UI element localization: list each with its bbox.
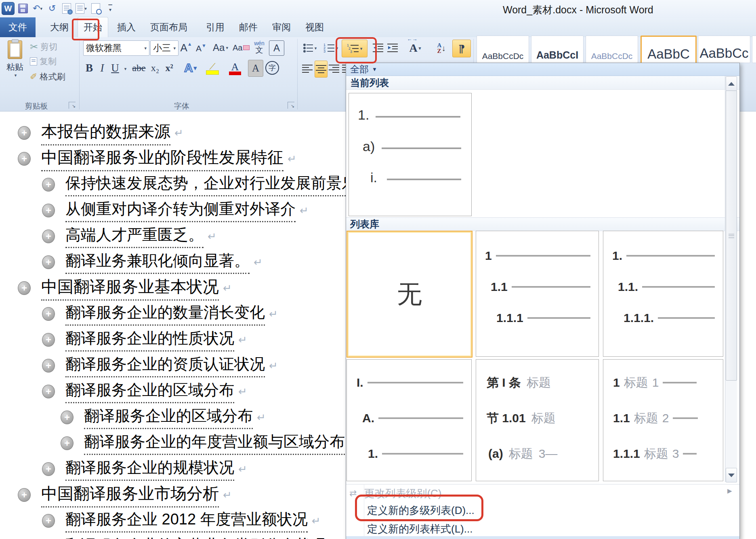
quick-print-icon[interactable]: ▾	[75, 2, 87, 15]
outline-item[interactable]: +中国翻译服务业市场分析↵	[18, 482, 232, 507]
outline-expand-icon[interactable]: +	[42, 333, 55, 347]
superscript-button[interactable]: x²	[162, 60, 176, 76]
outline-item[interactable]: +翻译服务企业的区域分布↵	[61, 405, 266, 430]
format-painter-button[interactable]: ✐ 格式刷	[30, 71, 65, 82]
outline-item[interactable]: +从侧重对内译介转为侧重对外译介↵	[42, 198, 309, 223]
sort-button[interactable]: A Z ↓	[433, 40, 450, 57]
outline-item[interactable]: +翻译服务企业的性质状况↵	[42, 327, 247, 352]
paste-button[interactable]: 粘贴 ▾	[3, 39, 27, 95]
outline-expand-icon[interactable]: +	[42, 229, 55, 243]
outline-item[interactable]: +高端人才严重匮乏。↵	[42, 224, 216, 249]
subscript-button[interactable]: x₂	[149, 60, 162, 76]
menu-define-new-list-style[interactable]: 定义新的列表样式(L)...	[346, 521, 739, 537]
list-style-article-section[interactable]: 第 I 条标题 节 1.01标题 (a)标题3—	[476, 359, 599, 481]
font-dialog-launcher-icon[interactable]: ↘	[288, 102, 294, 109]
align-center-button[interactable]	[315, 61, 328, 78]
shrink-font-button[interactable]: A▼	[195, 42, 208, 55]
align-left-button[interactable]	[301, 61, 313, 77]
character-border-button[interactable]: A	[269, 40, 284, 56]
dropdown-all-selector[interactable]: 全部▼	[346, 63, 739, 76]
underline-button[interactable]: U	[109, 60, 121, 76]
strikethrough-button[interactable]: abe	[130, 60, 148, 76]
scrollbar-thumb[interactable]	[726, 91, 737, 381]
outline-item[interactable]: +翻译服务企业的区域分布↵	[42, 379, 247, 404]
change-case-button[interactable]: Aa▾	[211, 40, 230, 55]
dropdown-scrollbar[interactable]	[725, 76, 737, 482]
tab-insert[interactable]: 插入	[111, 17, 141, 37]
underline-dropdown[interactable]: ▾	[121, 61, 128, 76]
scroll-down-button[interactable]	[726, 468, 737, 482]
cut-button[interactable]: ✂ 剪切	[30, 41, 57, 53]
outline-item[interactable]: +翻译服务企业的主营业务类别分布状况↵	[42, 534, 339, 539]
style-item[interactable]: AaBbCcDc	[586, 36, 638, 63]
show-hide-marks-button[interactable]: ¶	[452, 40, 471, 57]
outline-expand-icon[interactable]: +	[42, 514, 55, 528]
grow-font-button[interactable]: A▲	[179, 40, 193, 55]
outline-expand-icon[interactable]: +	[42, 462, 55, 476]
list-style-legal[interactable]: 1 1.1 1.1.1	[476, 231, 599, 357]
bullets-button[interactable]: ▾	[300, 40, 319, 56]
clear-formatting-button[interactable]: Aa	[233, 40, 250, 55]
style-item[interactable]: AaBbCcDc	[477, 36, 529, 63]
outline-item[interactable]: +翻译服务企业的规模状况↵	[42, 457, 247, 482]
outline-item[interactable]: +翻译业务兼职化倾向显著。↵	[42, 250, 262, 275]
mail-merge-icon[interactable]	[61, 2, 73, 15]
print-preview-icon[interactable]	[90, 2, 102, 15]
redo-icon[interactable]: ↺	[46, 2, 58, 15]
undo-icon[interactable]: ↶▾	[32, 2, 44, 15]
asian-layout-button[interactable]: ←→A▾	[404, 40, 426, 57]
outline-item[interactable]: +翻译服务企业的资质认证状况↵	[42, 353, 278, 378]
save-icon[interactable]	[17, 2, 29, 15]
tab-outline[interactable]: 大纲	[44, 17, 74, 37]
style-item[interactable]: A	[752, 36, 756, 63]
scroll-up-button[interactable]	[726, 76, 737, 91]
outline-item[interactable]: +翻译服务企业的年度营业额与区域分布↵	[61, 431, 358, 456]
italic-button[interactable]: I	[97, 60, 107, 76]
phonetic-guide-button[interactable]: wén 文	[250, 40, 268, 56]
outline-expand-icon[interactable]: +	[61, 436, 74, 450]
outline-expand-icon[interactable]: +	[42, 204, 55, 217]
outline-expand-icon[interactable]: +	[18, 126, 31, 140]
customize-qat-icon[interactable]: ▔▾	[104, 2, 116, 15]
current-list-preview[interactable]: 1. a) i.	[349, 93, 472, 216]
outline-item[interactable]: +翻译服务企业的数量消长变化↵	[42, 301, 278, 326]
highlight-color-button[interactable]: ⟋	[202, 59, 223, 77]
increase-indent-button[interactable]	[386, 40, 399, 56]
word-logo-icon[interactable]: W	[2, 2, 15, 15]
tab-mailings[interactable]: 邮件	[233, 17, 263, 37]
outline-item[interactable]: +本报告的数据来源↵	[18, 120, 183, 145]
outline-expand-icon[interactable]: +	[18, 488, 31, 502]
tab-file[interactable]: 文件	[0, 17, 36, 37]
style-item[interactable]: AaBbCc	[698, 36, 750, 63]
outline-item[interactable]: +保持快速发展态势，企业对行业发展前景乐观↵	[42, 172, 385, 197]
list-style-none[interactable]: 无	[346, 231, 472, 358]
outline-item[interactable]: +中国翻译服务业基本状况↵	[18, 276, 232, 301]
outline-expand-icon[interactable]: +	[42, 178, 55, 192]
outline-expand-icon[interactable]: +	[18, 281, 31, 295]
outline-expand-icon[interactable]: +	[61, 411, 74, 424]
text-effects-button[interactable]: A▾	[180, 59, 200, 77]
clipboard-dialog-launcher-icon[interactable]: ↘	[69, 102, 76, 109]
tab-references[interactable]: 引用	[200, 17, 230, 37]
font-size-combo[interactable]: 小三▾	[150, 40, 178, 56]
outline-expand-icon[interactable]: +	[42, 359, 55, 373]
font-color-button[interactable]: A	[225, 59, 246, 77]
tab-view[interactable]: 视图	[300, 17, 330, 37]
outline-expand-icon[interactable]: +	[42, 307, 55, 321]
outline-expand-icon[interactable]: +	[42, 255, 55, 269]
list-style-roman[interactable]: I. A. 1.	[346, 359, 472, 481]
tab-page-layout[interactable]: 页面布局	[145, 17, 193, 37]
list-style-heading-numbered[interactable]: 1标题1 1.1标题2 1.1.1标题3	[603, 359, 723, 481]
style-item-selected[interactable]: AaBbC	[640, 36, 697, 65]
style-item[interactable]: AaBbCcI	[531, 36, 584, 63]
outline-expand-icon[interactable]: +	[42, 385, 55, 398]
bold-button[interactable]: B	[83, 60, 95, 76]
outline-expand-icon[interactable]: +	[18, 152, 31, 166]
outline-item[interactable]: +翻译服务企业 2012 年度营业额状况↵	[42, 508, 320, 533]
tab-review[interactable]: 审阅	[267, 17, 296, 37]
font-family-combo[interactable]: 微软雅黑▾	[83, 40, 149, 56]
enclose-characters-button[interactable]: 字	[264, 60, 280, 76]
copy-button[interactable]: 复制	[30, 56, 57, 67]
list-style-decimal-dot[interactable]: 1. 1.1. 1.1.1.	[603, 231, 723, 357]
outline-item[interactable]: +中国翻译服务业的阶段性发展特征↵	[18, 146, 296, 171]
